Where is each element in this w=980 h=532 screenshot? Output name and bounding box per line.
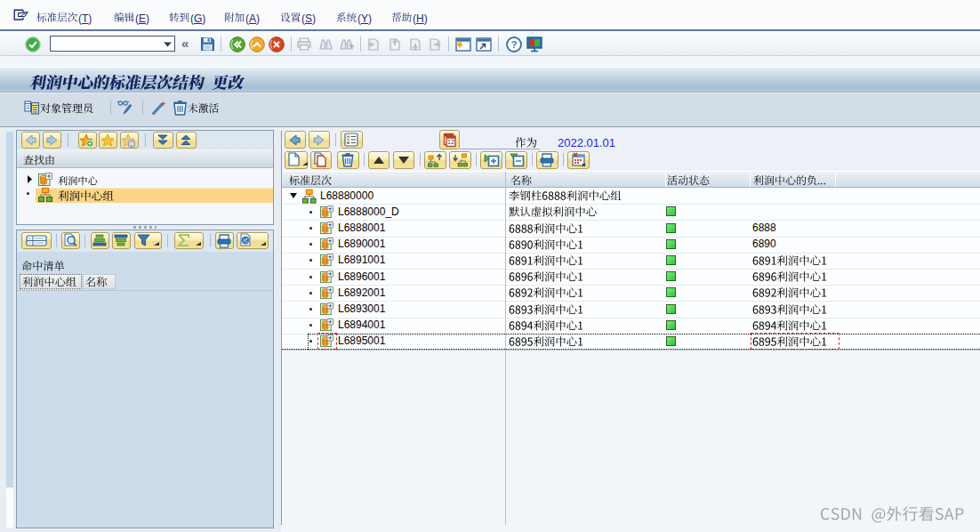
svg-text:12: 12 — [447, 139, 454, 145]
svg-text:?: ? — [511, 39, 518, 50]
